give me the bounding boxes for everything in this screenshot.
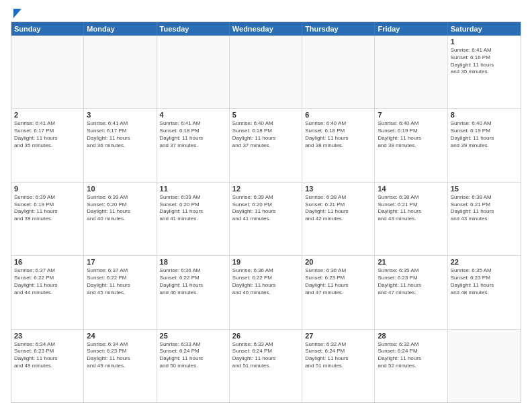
calendar-cell: 17Sunrise: 6:37 AM Sunset: 6:22 PM Dayli… [84, 256, 157, 328]
calendar-cell: 4Sunrise: 6:41 AM Sunset: 6:18 PM Daylig… [157, 109, 230, 181]
day-number: 2 [14, 111, 81, 119]
day-info: Sunrise: 6:37 AM Sunset: 6:22 PM Dayligh… [14, 267, 81, 296]
day-number: 20 [305, 258, 371, 266]
day-number: 23 [14, 332, 81, 340]
calendar-cell [230, 36, 302, 108]
calendar-cell: 25Sunrise: 6:33 AM Sunset: 6:24 PM Dayli… [157, 330, 230, 402]
day-info: Sunrise: 6:39 AM Sunset: 6:20 PM Dayligh… [160, 194, 226, 223]
svg-marker-0 [13, 9, 21, 18]
day-of-week-tuesday: Tuesday [157, 22, 230, 36]
day-info: Sunrise: 6:38 AM Sunset: 6:21 PM Dayligh… [378, 194, 444, 223]
day-number: 5 [232, 111, 299, 119]
day-number: 28 [378, 332, 444, 340]
calendar-cell: 14Sunrise: 6:38 AM Sunset: 6:21 PM Dayli… [375, 183, 447, 255]
day-number: 26 [232, 332, 299, 340]
day-info: Sunrise: 6:36 AM Sunset: 6:22 PM Dayligh… [160, 267, 226, 296]
day-info: Sunrise: 6:40 AM Sunset: 6:19 PM Dayligh… [378, 120, 444, 149]
calendar: SundayMondayTuesdayWednesdayThursdayFrid… [11, 21, 521, 403]
day-number: 4 [160, 111, 226, 119]
calendar-cell: 13Sunrise: 6:38 AM Sunset: 6:21 PM Dayli… [302, 183, 375, 255]
day-number: 10 [87, 185, 153, 193]
calendar-cell: 23Sunrise: 6:34 AM Sunset: 6:23 PM Dayli… [11, 330, 84, 402]
day-number: 7 [378, 111, 444, 119]
calendar-cell [84, 36, 157, 108]
day-info: Sunrise: 6:39 AM Sunset: 6:19 PM Dayligh… [14, 194, 81, 223]
calendar-cell: 22Sunrise: 6:35 AM Sunset: 6:23 PM Dayli… [448, 256, 521, 328]
day-number: 1 [451, 38, 518, 46]
day-info: Sunrise: 6:35 AM Sunset: 6:23 PM Dayligh… [451, 267, 518, 296]
day-number: 16 [14, 258, 81, 266]
day-number: 8 [451, 111, 518, 119]
day-info: Sunrise: 6:40 AM Sunset: 6:18 PM Dayligh… [232, 120, 299, 149]
day-number: 24 [87, 332, 153, 340]
calendar-cell [302, 36, 375, 108]
day-info: Sunrise: 6:40 AM Sunset: 6:18 PM Dayligh… [305, 120, 371, 149]
calendar-header: SundayMondayTuesdayWednesdayThursdayFrid… [11, 22, 521, 36]
day-info: Sunrise: 6:36 AM Sunset: 6:22 PM Dayligh… [232, 267, 299, 296]
day-number: 14 [378, 185, 444, 193]
day-info: Sunrise: 6:41 AM Sunset: 6:16 PM Dayligh… [451, 47, 518, 76]
day-info: Sunrise: 6:41 AM Sunset: 6:17 PM Dayligh… [87, 120, 153, 149]
calendar-cell: 2Sunrise: 6:41 AM Sunset: 6:17 PM Daylig… [11, 109, 84, 181]
day-number: 12 [232, 185, 299, 193]
calendar-cell: 6Sunrise: 6:40 AM Sunset: 6:18 PM Daylig… [302, 109, 375, 181]
calendar-cell: 16Sunrise: 6:37 AM Sunset: 6:22 PM Dayli… [11, 256, 84, 328]
day-of-week-wednesday: Wednesday [230, 22, 302, 36]
day-of-week-sunday: Sunday [11, 22, 84, 36]
calendar-cell: 18Sunrise: 6:36 AM Sunset: 6:22 PM Dayli… [157, 256, 230, 328]
day-info: Sunrise: 6:33 AM Sunset: 6:24 PM Dayligh… [232, 341, 299, 370]
day-number: 22 [451, 258, 518, 266]
calendar-cell: 11Sunrise: 6:39 AM Sunset: 6:20 PM Dayli… [157, 183, 230, 255]
day-of-week-thursday: Thursday [302, 22, 375, 36]
page: SundayMondayTuesdayWednesdayThursdayFrid… [0, 0, 532, 411]
day-info: Sunrise: 6:34 AM Sunset: 6:23 PM Dayligh… [14, 341, 81, 370]
day-info: Sunrise: 6:34 AM Sunset: 6:23 PM Dayligh… [87, 341, 153, 370]
day-info: Sunrise: 6:35 AM Sunset: 6:23 PM Dayligh… [378, 267, 444, 296]
calendar-cell: 19Sunrise: 6:36 AM Sunset: 6:22 PM Dayli… [230, 256, 302, 328]
calendar-cell: 9Sunrise: 6:39 AM Sunset: 6:19 PM Daylig… [11, 183, 84, 255]
day-of-week-friday: Friday [375, 22, 447, 36]
calendar-body: 1Sunrise: 6:41 AM Sunset: 6:16 PM Daylig… [11, 36, 521, 402]
day-info: Sunrise: 6:33 AM Sunset: 6:24 PM Dayligh… [160, 341, 226, 370]
calendar-cell: 21Sunrise: 6:35 AM Sunset: 6:23 PM Dayli… [375, 256, 447, 328]
calendar-cell [157, 36, 230, 108]
day-info: Sunrise: 6:40 AM Sunset: 6:19 PM Dayligh… [451, 120, 518, 149]
day-number: 11 [160, 185, 226, 193]
day-number: 18 [160, 258, 226, 266]
day-info: Sunrise: 6:39 AM Sunset: 6:20 PM Dayligh… [232, 194, 299, 223]
day-number: 19 [232, 258, 299, 266]
calendar-cell: 12Sunrise: 6:39 AM Sunset: 6:20 PM Dayli… [230, 183, 302, 255]
calendar-cell: 1Sunrise: 6:41 AM Sunset: 6:16 PM Daylig… [448, 36, 521, 108]
day-info: Sunrise: 6:32 AM Sunset: 6:24 PM Dayligh… [378, 341, 444, 370]
calendar-cell: 15Sunrise: 6:38 AM Sunset: 6:21 PM Dayli… [448, 183, 521, 255]
calendar-cell: 7Sunrise: 6:40 AM Sunset: 6:19 PM Daylig… [375, 109, 447, 181]
calendar-cell: 24Sunrise: 6:34 AM Sunset: 6:23 PM Dayli… [84, 330, 157, 402]
calendar-cell [11, 36, 84, 108]
week-row-3: 9Sunrise: 6:39 AM Sunset: 6:19 PM Daylig… [11, 183, 521, 256]
calendar-cell [448, 330, 521, 402]
logo [11, 8, 23, 16]
day-of-week-saturday: Saturday [448, 22, 521, 36]
day-info: Sunrise: 6:38 AM Sunset: 6:21 PM Dayligh… [451, 194, 518, 223]
day-number: 17 [87, 258, 153, 266]
day-info: Sunrise: 6:32 AM Sunset: 6:24 PM Dayligh… [305, 341, 371, 370]
day-of-week-monday: Monday [84, 22, 157, 36]
calendar-cell [375, 36, 447, 108]
calendar-cell: 5Sunrise: 6:40 AM Sunset: 6:18 PM Daylig… [230, 109, 302, 181]
day-number: 27 [305, 332, 371, 340]
calendar-cell: 3Sunrise: 6:41 AM Sunset: 6:17 PM Daylig… [84, 109, 157, 181]
day-number: 3 [87, 111, 153, 119]
calendar-cell: 8Sunrise: 6:40 AM Sunset: 6:19 PM Daylig… [448, 109, 521, 181]
logo-flag-icon [12, 8, 23, 19]
header [11, 8, 521, 16]
calendar-cell: 28Sunrise: 6:32 AM Sunset: 6:24 PM Dayli… [375, 330, 447, 402]
day-info: Sunrise: 6:39 AM Sunset: 6:20 PM Dayligh… [87, 194, 153, 223]
week-row-2: 2Sunrise: 6:41 AM Sunset: 6:17 PM Daylig… [11, 109, 521, 182]
calendar-cell: 27Sunrise: 6:32 AM Sunset: 6:24 PM Dayli… [302, 330, 375, 402]
week-row-5: 23Sunrise: 6:34 AM Sunset: 6:23 PM Dayli… [11, 330, 521, 402]
day-info: Sunrise: 6:41 AM Sunset: 6:18 PM Dayligh… [160, 120, 226, 149]
calendar-cell: 26Sunrise: 6:33 AM Sunset: 6:24 PM Dayli… [230, 330, 302, 402]
day-number: 25 [160, 332, 226, 340]
week-row-1: 1Sunrise: 6:41 AM Sunset: 6:16 PM Daylig… [11, 36, 521, 109]
calendar-cell: 20Sunrise: 6:36 AM Sunset: 6:23 PM Dayli… [302, 256, 375, 328]
